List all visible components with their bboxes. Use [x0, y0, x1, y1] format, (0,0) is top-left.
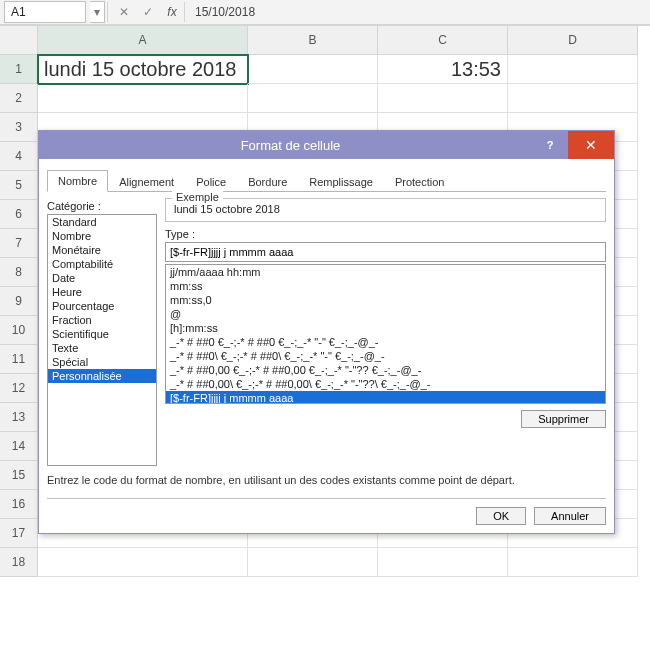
fx-icon[interactable]: fx	[162, 2, 182, 22]
category-pane: Catégorie : StandardNombreMonétaireCompt…	[47, 198, 157, 466]
row-header[interactable]: 15	[0, 461, 38, 490]
row-header[interactable]: 11	[0, 345, 38, 374]
cell[interactable]	[378, 84, 508, 113]
formula-bar: A1 ▾ ✕ ✓ fx 15/10/2018	[0, 0, 650, 25]
dialog-tabs: Nombre Alignement Police Bordure Remplis…	[47, 167, 606, 192]
category-item[interactable]: Comptabilité	[48, 257, 156, 271]
col-header-D[interactable]: D	[508, 26, 638, 55]
format-item[interactable]: mm:ss	[166, 279, 605, 293]
row-header[interactable]: 16	[0, 490, 38, 519]
format-item[interactable]: @	[166, 307, 605, 321]
chevron-down-icon: ▾	[94, 5, 100, 19]
type-label: Type :	[165, 228, 606, 240]
help-icon[interactable]: ?	[532, 131, 568, 159]
formula-value[interactable]: 15/10/2018	[187, 5, 255, 19]
close-icon[interactable]: ✕	[568, 131, 614, 159]
row-header[interactable]: 17	[0, 519, 38, 548]
cell[interactable]	[38, 548, 248, 577]
ok-button[interactable]: OK	[476, 507, 526, 525]
select-all-corner[interactable]	[0, 26, 38, 55]
cell[interactable]	[248, 548, 378, 577]
example-value: lundi 15 octobre 2018	[174, 203, 597, 215]
col-header-A[interactable]: A	[38, 26, 248, 55]
cancel-button[interactable]: Annuler	[534, 507, 606, 525]
tab-police[interactable]: Police	[185, 171, 237, 192]
col-header-B[interactable]: B	[248, 26, 378, 55]
row-header[interactable]: 8	[0, 258, 38, 287]
tab-alignement[interactable]: Alignement	[108, 171, 185, 192]
confirm-entry-icon[interactable]: ✓	[138, 2, 158, 22]
row-header[interactable]: 9	[0, 287, 38, 316]
cell-C1[interactable]: 13:53	[378, 55, 508, 84]
row-header[interactable]: 12	[0, 374, 38, 403]
hint-text: Entrez le code du format de nombre, en u…	[47, 474, 606, 486]
category-item[interactable]: Monétaire	[48, 243, 156, 257]
category-item[interactable]: Standard	[48, 215, 156, 229]
format-item[interactable]: _-* # ##0\ €_-;-* # ##0\ €_-;_-* "-" €_-…	[166, 349, 605, 363]
cell[interactable]	[378, 548, 508, 577]
category-item[interactable]: Spécial	[48, 355, 156, 369]
row-header[interactable]: 6	[0, 200, 38, 229]
row-header[interactable]: 2	[0, 84, 38, 113]
category-item[interactable]: Fraction	[48, 313, 156, 327]
category-item[interactable]: Date	[48, 271, 156, 285]
example-box: Exemple lundi 15 octobre 2018	[165, 198, 606, 222]
category-item[interactable]: Personnalisée	[48, 369, 156, 383]
format-item[interactable]: jj/mm/aaaa hh:mm	[166, 265, 605, 279]
row-header[interactable]: 3	[0, 113, 38, 142]
tab-bordure[interactable]: Bordure	[237, 171, 298, 192]
name-box[interactable]: A1	[4, 1, 86, 23]
cell-D1[interactable]	[508, 55, 638, 84]
cell[interactable]	[38, 84, 248, 113]
tab-remplissage[interactable]: Remplissage	[298, 171, 384, 192]
separator	[107, 2, 108, 22]
tab-protection[interactable]: Protection	[384, 171, 456, 192]
dialog-titlebar[interactable]: Format de cellule ? ✕	[39, 131, 614, 159]
cell-A1[interactable]: lundi 15 octobre 2018	[38, 55, 248, 84]
category-item[interactable]: Nombre	[48, 229, 156, 243]
format-item[interactable]: _-* # ##0,00 €_-;-* # ##0,00 €_-;_-* "-"…	[166, 363, 605, 377]
category-item[interactable]: Scientifique	[48, 327, 156, 341]
format-item[interactable]: [h]:mm:ss	[166, 321, 605, 335]
example-label: Exemple	[172, 191, 223, 203]
format-item[interactable]: mm:ss,0	[166, 293, 605, 307]
format-item[interactable]: _-* # ##0 €_-;-* # ##0 €_-;_-* "-" €_-;_…	[166, 335, 605, 349]
cancel-entry-icon[interactable]: ✕	[114, 2, 134, 22]
cell[interactable]	[508, 548, 638, 577]
dialog-footer: OK Annuler	[47, 498, 606, 525]
tab-nombre[interactable]: Nombre	[47, 170, 108, 192]
cell[interactable]	[248, 84, 378, 113]
format-item[interactable]: [$-fr-FR]jjjj j mmmm aaaa	[166, 391, 605, 404]
name-box-dropdown[interactable]: ▾	[90, 1, 105, 23]
cell-B1[interactable]	[248, 55, 378, 84]
category-item[interactable]: Texte	[48, 341, 156, 355]
details-pane: Exemple lundi 15 octobre 2018 Type : jj/…	[165, 198, 606, 466]
format-item[interactable]: _-* # ##0,00\ €_-;-* # ##0,00\ €_-;_-* "…	[166, 377, 605, 391]
row-header[interactable]: 18	[0, 548, 38, 577]
separator	[184, 2, 185, 22]
type-input[interactable]	[165, 242, 606, 262]
row-header[interactable]: 4	[0, 142, 38, 171]
format-listbox[interactable]: jj/mm/aaaa hh:mmmm:ssmm:ss,0@[h]:mm:ss_-…	[165, 264, 606, 404]
row-header[interactable]: 10	[0, 316, 38, 345]
row-header-1[interactable]: 1	[0, 55, 38, 84]
dialog-title: Format de cellule	[49, 138, 532, 153]
category-item[interactable]: Heure	[48, 285, 156, 299]
row-header[interactable]: 5	[0, 171, 38, 200]
category-listbox[interactable]: StandardNombreMonétaireComptabilitéDateH…	[47, 214, 157, 466]
category-label: Catégorie :	[47, 200, 157, 212]
cell[interactable]	[508, 84, 638, 113]
col-header-C[interactable]: C	[378, 26, 508, 55]
format-cells-dialog: Format de cellule ? ✕ Nombre Alignement …	[38, 130, 615, 534]
row-header[interactable]: 7	[0, 229, 38, 258]
category-item[interactable]: Pourcentage	[48, 299, 156, 313]
row-header[interactable]: 14	[0, 432, 38, 461]
row-header[interactable]: 13	[0, 403, 38, 432]
delete-button[interactable]: Supprimer	[521, 410, 606, 428]
